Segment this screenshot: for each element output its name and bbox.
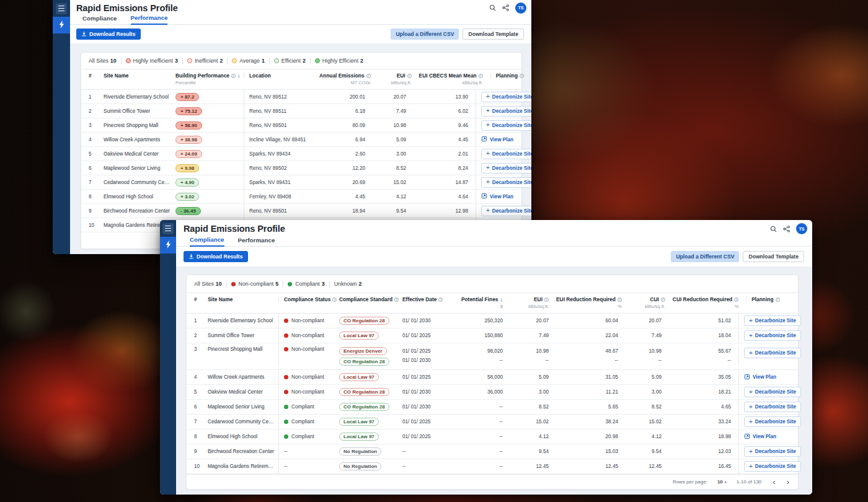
table-cell: 38.24 <box>556 417 626 426</box>
decarbonize-site-button[interactable]: +Decarbonize Site <box>744 330 801 341</box>
legend-circle-highly-inefficient <box>126 58 131 63</box>
filter-inefficient[interactable]: Inefficient2 <box>187 58 223 64</box>
plus-icon: + <box>749 350 753 356</box>
sort-descending-icon[interactable]: ↓ <box>500 296 503 302</box>
decarbonize-site-button[interactable]: +Decarbonize Site <box>481 177 531 188</box>
download-template-button[interactable]: Download Template <box>743 251 804 262</box>
user-avatar[interactable]: TS <box>515 2 526 14</box>
table-cell: Magnolia Gardens Retirement... <box>208 464 278 469</box>
column-label: EUI <box>534 296 542 302</box>
planning-cell: +Decarbonize Site <box>738 385 801 399</box>
download-results-button[interactable]: Download Results <box>184 251 248 262</box>
filter-count: 10 <box>216 281 222 287</box>
info-icon[interactable]: i <box>231 74 236 78</box>
view-plan-link[interactable]: View Plan <box>744 433 776 441</box>
view-plan-link[interactable]: View Plan <box>481 136 513 143</box>
view-plan-link[interactable]: View Plan <box>744 374 776 381</box>
menu-button[interactable] <box>53 0 70 17</box>
share-icon[interactable] <box>783 226 790 232</box>
tab-performance[interactable]: Performance <box>238 237 275 246</box>
decarbonize-site-button[interactable]: +Decarbonize Site <box>481 149 531 159</box>
info-icon[interactable]: i <box>438 297 443 302</box>
decarbonize-site-button[interactable]: +Decarbonize Site <box>744 446 801 457</box>
table-cell: Elmwood High School <box>104 194 175 200</box>
decarbonize-site-button[interactable]: +Decarbonize Site <box>481 92 531 102</box>
info-icon[interactable]: i <box>366 74 371 78</box>
plus-icon: + <box>749 404 753 410</box>
column-label: EUI <box>397 73 405 79</box>
filter-all-sites[interactable]: All Sites10 <box>194 281 222 287</box>
decarbonize-site-button[interactable]: +Decarbonize Site <box>744 461 801 472</box>
info-icon[interactable]: i <box>520 74 524 78</box>
share-icon[interactable] <box>502 4 509 11</box>
filter-average[interactable]: Average1 <box>232 58 265 64</box>
standard-chip: Local Law 97 <box>339 433 379 441</box>
decarbonize-site-button[interactable]: +Decarbonize Site <box>744 416 801 427</box>
info-icon[interactable]: i <box>479 74 483 78</box>
search-icon[interactable] <box>770 226 777 232</box>
filter-highly-efficient[interactable]: Highly Efficient2 <box>315 58 363 64</box>
menu-button[interactable] <box>160 220 176 237</box>
info-icon[interactable]: i <box>332 297 337 302</box>
rows-per-page-select[interactable]: 10 ▾ <box>717 479 727 485</box>
upload-csv-button[interactable]: Upload a Different CSV <box>391 29 459 40</box>
info-icon[interactable]: i <box>661 297 665 302</box>
hamburger-icon <box>162 223 174 234</box>
decarbonize-site-button[interactable]: +Decarbonize Site <box>744 402 801 412</box>
filter-unknown[interactable]: Unknown2 <box>334 281 362 287</box>
info-icon[interactable]: i <box>734 297 738 302</box>
plus-icon: + <box>749 333 753 339</box>
filter-non-compliant[interactable]: Non-compliant5 <box>231 281 279 287</box>
tab-compliance[interactable]: Compliance <box>190 236 224 247</box>
compliance-standard-cell: Local Law 97 <box>339 432 402 441</box>
status-label: Compliant <box>291 434 314 439</box>
table-cell: 31.05 <box>556 372 626 382</box>
info-icon[interactable]: i <box>776 297 780 302</box>
table-cell: 33.24 <box>669 417 738 426</box>
standard-chip: No Regulation <box>339 447 381 456</box>
prev-page-button[interactable]: ‹ <box>771 478 776 486</box>
view-plan-label: View Plan <box>490 137 513 143</box>
info-icon[interactable]: i <box>394 297 399 302</box>
status-dot-compliant <box>288 282 292 286</box>
column-header: CUI Reduction Requiredi% <box>673 296 746 309</box>
user-avatar[interactable]: TS <box>796 223 807 234</box>
status-label: Compliant <box>291 419 314 425</box>
status-label: Non-compliant <box>291 374 324 380</box>
decarbonize-site-button[interactable]: +Decarbonize Site <box>481 206 531 216</box>
tab-performance[interactable]: Performance <box>131 14 168 25</box>
filter-all-sites[interactable]: All Sites10 <box>89 58 117 64</box>
desktop: Rapid Emissions Profile TS CompliancePer… <box>0 0 868 502</box>
tab-compliance[interactable]: Compliance <box>82 15 117 24</box>
decarbonize-site-button[interactable]: +Decarbonize Site <box>744 315 801 326</box>
decarbonize-site-button[interactable]: +Decarbonize Site <box>481 163 531 174</box>
table-cell: 10.98-- <box>510 346 556 365</box>
decarbonize-site-button[interactable]: +Decarbonize Site <box>744 387 801 397</box>
table-cell: 5.65 <box>556 402 626 412</box>
table-cell: 20.69 <box>319 180 373 185</box>
upload-csv-button[interactable]: Upload a Different CSV <box>671 251 739 262</box>
energy-app-button[interactable] <box>160 237 176 253</box>
download-results-button[interactable]: Download Results <box>76 29 141 40</box>
info-icon[interactable]: i <box>407 74 412 78</box>
decarbonize-site-button[interactable]: +Decarbonize Site <box>481 106 531 117</box>
search-icon[interactable] <box>489 4 496 11</box>
filter-efficient[interactable]: Efficient2 <box>274 58 306 64</box>
filter-highly-inefficient[interactable]: Highly Inefficient3 <box>126 58 178 64</box>
table-cell: 01/ 01/ 2030 <box>402 387 457 397</box>
energy-app-button[interactable] <box>53 17 70 33</box>
view-plan-link[interactable]: View Plan <box>481 193 513 200</box>
sort-descending-icon[interactable]: ↓ <box>237 73 241 79</box>
download-template-button[interactable]: Download Template <box>463 29 524 40</box>
table-cell: 55.67-- <box>669 346 738 365</box>
table-cell: 01/ 01/ 2030 <box>402 402 457 412</box>
next-page-button[interactable]: › <box>786 478 790 486</box>
table-row: 10Magnolia Gardens Retirement...--No Reg… <box>187 459 798 474</box>
tab-bar: CompliancePerformance <box>176 236 812 247</box>
decarbonize-site-button[interactable]: +Decarbonize Site <box>744 348 801 358</box>
filter-compliant[interactable]: Compliant3 <box>288 281 325 287</box>
info-icon[interactable]: i <box>618 297 622 302</box>
table-cell: 7.49 <box>626 331 669 340</box>
info-icon[interactable]: i <box>544 297 549 302</box>
decarbonize-site-button[interactable]: +Decarbonize Site <box>481 120 531 131</box>
